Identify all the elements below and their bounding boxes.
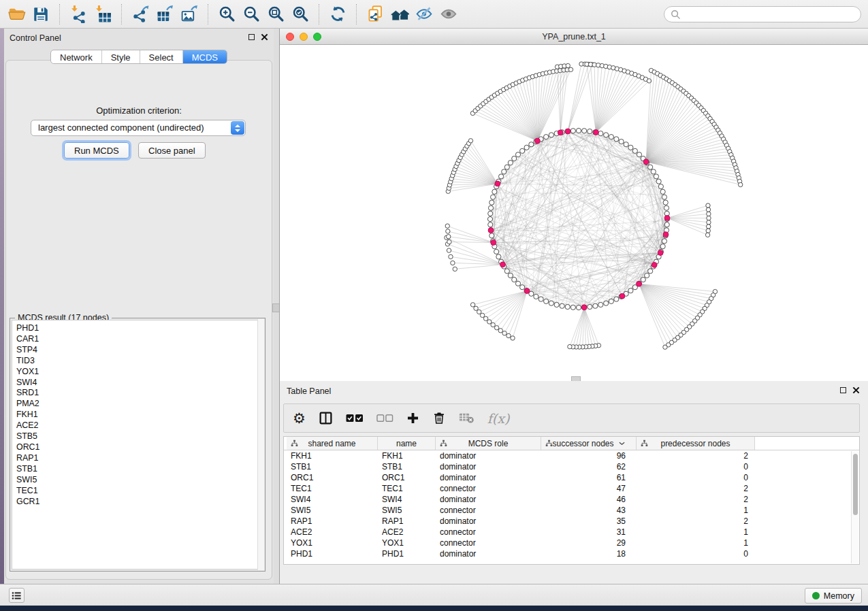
hide-selected-button[interactable] — [412, 3, 436, 26]
export-image-button[interactable] — [177, 3, 202, 26]
column-header[interactable]: name — [378, 437, 436, 450]
list-item[interactable]: CAR1 — [12, 334, 263, 345]
close-panel-button[interactable]: Close panel — [138, 142, 206, 159]
table-settings-button[interactable]: ⚙ — [293, 411, 306, 425]
list-item[interactable]: STP4 — [12, 345, 263, 356]
tab-network[interactable]: Network — [51, 50, 102, 63]
run-mcds-button[interactable]: Run MCDS — [64, 142, 129, 159]
open-folder-icon — [7, 5, 26, 23]
table-row[interactable]: FKH1FKH1dominator962 — [287, 450, 859, 461]
zoom-in-button[interactable] — [214, 3, 239, 26]
search-input[interactable] — [685, 7, 861, 21]
table-cell: TEC1 — [287, 484, 378, 493]
zoom-out-button[interactable] — [239, 3, 263, 26]
list-item[interactable]: STB5 — [12, 431, 263, 442]
list-icon — [12, 591, 22, 600]
list-item[interactable]: TEC1 — [12, 486, 263, 497]
close-panel-icon[interactable] — [261, 33, 268, 41]
list-item[interactable]: SWI5 — [12, 475, 263, 486]
column-header[interactable]: MCDS role — [436, 437, 541, 450]
float-table-panel-icon[interactable] — [840, 387, 846, 393]
column-header[interactable]: shared name — [287, 437, 378, 450]
table-cell: RAP1 — [287, 516, 378, 526]
main-toolbar — [0, 0, 868, 29]
hierarchy-icon — [291, 440, 298, 447]
refresh-button[interactable] — [325, 3, 350, 26]
save-session-button[interactable] — [29, 3, 53, 26]
table-row[interactable]: RAP1RAP1dominator352 — [287, 516, 859, 527]
table-row[interactable]: ORC1ORC1dominator610 — [287, 472, 859, 483]
float-panel-icon[interactable] — [248, 34, 255, 40]
delete-column-button[interactable] — [432, 411, 446, 425]
toolbar-separator — [319, 4, 319, 24]
import-network-button[interactable] — [66, 3, 91, 26]
table-row[interactable]: STB1STB1dominator620 — [287, 461, 859, 472]
table-cell: dominator — [436, 549, 541, 559]
open-file-button[interactable] — [4, 3, 29, 26]
table-row[interactable]: PHD1PHD1dominator180 — [287, 548, 859, 559]
mcds-result-list[interactable]: PHD1CAR1STP4TID3YOX1SWI4SRD1PMA2FKH1ACE2… — [12, 320, 263, 569]
import-table-button[interactable] — [91, 3, 115, 26]
tab-style[interactable]: Style — [102, 50, 140, 63]
search-box[interactable] — [664, 6, 861, 22]
toggle-panel-button[interactable] — [319, 411, 333, 425]
column-header[interactable]: successor nodes — [541, 437, 637, 450]
table-row[interactable]: SWI5SWI5connector431 — [287, 505, 859, 516]
list-item[interactable]: SRD1 — [12, 388, 263, 399]
list-item[interactable]: PMA2 — [12, 399, 263, 410]
table-cell: 2 — [637, 484, 755, 493]
node-table: shared namenameMCDS rolesuccessor nodesp… — [283, 436, 860, 565]
list-item[interactable]: RAP1 — [12, 453, 263, 464]
table-cell: 43 — [541, 506, 637, 515]
unchecked-boxes-icon — [376, 414, 393, 423]
table-cell: dominator — [436, 516, 541, 526]
table-cell: 47 — [541, 484, 637, 493]
table-row[interactable]: YOX1YOX1connector291 — [287, 538, 859, 548]
network-window-titlebar[interactable]: YPA_prune.txt_1 — [280, 29, 868, 45]
zoom-selected-button[interactable] — [288, 3, 312, 26]
network-graph[interactable] — [280, 45, 868, 381]
vertical-splitter[interactable] — [274, 29, 279, 584]
criterion-dropdown[interactable]: largest connected component (undirected) — [31, 120, 246, 136]
table-scrollbar[interactable] — [851, 451, 858, 563]
list-item[interactable]: GCR1 — [12, 497, 263, 508]
table-row[interactable]: TEC1TEC1connector472 — [287, 483, 859, 494]
table-cell: FKH1 — [378, 451, 436, 461]
list-item[interactable]: TID3 — [12, 356, 263, 367]
memory-button[interactable]: Memory — [805, 588, 862, 604]
table-cell: RAP1 — [378, 516, 436, 526]
table-row[interactable]: SWI4SWI4dominator462 — [287, 494, 859, 505]
duplicate-network-button[interactable] — [363, 3, 387, 26]
table-cell: YOX1 — [287, 538, 378, 548]
show-all-button[interactable] — [436, 3, 461, 26]
tab-select[interactable]: Select — [140, 50, 183, 63]
toolbar-separator — [121, 4, 122, 24]
table-panel-title: Table Panel — [287, 386, 331, 396]
list-item[interactable]: FKH1 — [12, 410, 263, 420]
tab-mcds[interactable]: MCDS — [183, 50, 227, 63]
export-table-button[interactable] — [152, 3, 177, 26]
export-network-button[interactable] — [128, 3, 152, 26]
mcds-list-scrollbar[interactable] — [257, 319, 264, 570]
delete-table-button[interactable] — [459, 412, 475, 424]
list-item[interactable]: ORC1 — [12, 442, 263, 453]
first-neighbors-button[interactable] — [387, 3, 412, 26]
function-builder-button[interactable]: f(x) — [487, 411, 510, 426]
deselect-all-button[interactable] — [376, 414, 393, 423]
zoom-fit-button[interactable] — [263, 3, 288, 26]
add-column-button[interactable] — [406, 412, 419, 425]
list-item[interactable]: STB1 — [12, 464, 263, 475]
table-cell: connector — [436, 484, 541, 493]
task-history-button[interactable] — [9, 588, 25, 603]
table-scrollbar-thumb[interactable] — [853, 454, 858, 515]
column-header[interactable]: predecessor nodes — [637, 437, 755, 450]
zoom-in-icon — [218, 5, 236, 23]
list-item[interactable]: PHD1 — [12, 323, 263, 334]
close-table-panel-icon[interactable] — [852, 386, 860, 394]
select-all-button[interactable] — [346, 414, 364, 423]
table-row[interactable]: ACE2ACE2connector311 — [287, 527, 859, 538]
list-item[interactable]: YOX1 — [12, 367, 263, 378]
list-item[interactable]: SWI4 — [12, 378, 263, 389]
list-item[interactable]: ACE2 — [12, 420, 263, 431]
table-cell: STB1 — [287, 462, 378, 472]
